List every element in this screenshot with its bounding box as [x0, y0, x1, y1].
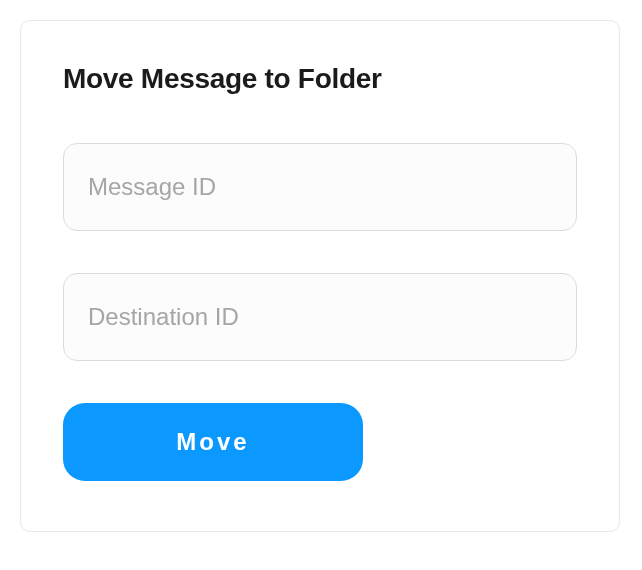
message-id-input[interactable] [63, 143, 577, 231]
card-title: Move Message to Folder [63, 63, 577, 95]
move-button[interactable]: Move [63, 403, 363, 481]
move-message-card: Move Message to Folder Move [20, 20, 620, 532]
destination-id-field-wrapper [63, 273, 577, 361]
message-id-field-wrapper [63, 143, 577, 231]
destination-id-input[interactable] [63, 273, 577, 361]
